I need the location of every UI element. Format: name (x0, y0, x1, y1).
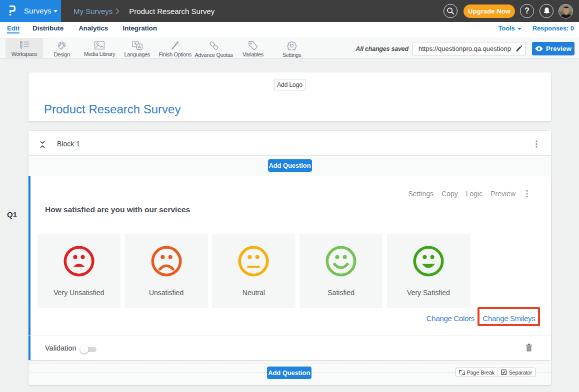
validation-divider (28, 336, 551, 336)
tab-analytics[interactable]: Analytics (78, 24, 108, 33)
translate-icon (132, 41, 142, 50)
chevron-right-icon (116, 8, 120, 14)
block-header: Block 1 (28, 131, 551, 156)
collapse-block-icon[interactable] (40, 141, 45, 148)
drop-zone-dashed-line (28, 364, 551, 364)
toolbar-item-media-library[interactable]: Media Library (81, 38, 118, 58)
survey-title[interactable]: Product Research Survey (44, 102, 180, 116)
option-very-satisfied[interactable]: Very Satisfied (387, 234, 470, 308)
preview-button[interactable]: Preview (532, 42, 574, 55)
question-number-label: Q1 (7, 210, 17, 219)
add-question-button-bottom[interactable]: Add Question (267, 367, 312, 379)
question-action-copy[interactable]: Copy (442, 190, 458, 198)
user-avatar[interactable] (558, 4, 573, 18)
question-actions: Settings Copy Logic Preview (408, 189, 528, 198)
toggle-knob (80, 345, 88, 354)
separator-button[interactable]: Separator (498, 368, 536, 377)
toolbar-item-workspace[interactable]: Workspace (6, 38, 43, 58)
neutral-smiley-icon (238, 246, 269, 277)
avatar-photo (559, 4, 573, 18)
breadcrumb-current-survey: Product Research Survey (129, 7, 214, 15)
question-card: Settings Copy Logic Preview How satisfie… (28, 176, 551, 360)
toolbar-item-languages[interactable]: Languages (118, 38, 156, 58)
option-satisfied[interactable]: Satisfied (300, 234, 383, 308)
block-menu-dots-icon[interactable] (536, 140, 538, 148)
workspace-icon (20, 41, 30, 49)
help-button[interactable]: ? (520, 4, 534, 18)
notifications-button[interactable] (540, 4, 554, 18)
product-name: Surveys (24, 0, 52, 22)
smiley-customize-links: Change Colors Change Smileys (30, 314, 551, 324)
responses-count-link[interactable]: Responses: 0 (532, 24, 574, 32)
validation-label: Validation (45, 344, 76, 352)
upgrade-now-button[interactable]: Upgrade Now (464, 4, 515, 18)
add-question-strip: Add Question (28, 156, 551, 176)
edit-url-pencil-icon[interactable] (516, 45, 522, 52)
survey-url-value: https://questionpro.qa.questionpro.com (418, 42, 512, 55)
change-smileys-link[interactable]: Change Smileys (483, 314, 536, 323)
option-very-unsatisfied[interactable]: Very Unsatisfied (38, 234, 121, 308)
toolbar-item-design[interactable]: Design (43, 38, 81, 58)
separator-checkbox-icon (501, 370, 506, 375)
question-action-logic[interactable]: Logic (466, 190, 482, 198)
product-switcher[interactable]: Surveys (0, 0, 61, 22)
delete-question-trash-icon[interactable] (526, 344, 532, 352)
toolbar-item-variables[interactable]: Variables (234, 38, 272, 58)
block-title[interactable]: Block 1 (57, 140, 80, 148)
save-status-text: All changes saved (356, 45, 408, 52)
tools-menu[interactable]: Tools (498, 24, 521, 32)
survey-nav-tabs: Edit Distribute Analytics Integration To… (0, 22, 579, 38)
very-satisfied-smiley-icon (413, 246, 444, 277)
page-break-icon (459, 370, 465, 376)
questionpro-logo-icon (10, 5, 16, 16)
toolbar-item-advance-quotas[interactable]: Advance Quotas (194, 38, 234, 58)
eye-icon (535, 46, 543, 51)
validation-toggle[interactable] (80, 347, 96, 352)
survey-canvas: Add Logo Product Research Survey Block 1… (0, 58, 579, 392)
survey-url-field[interactable]: https://questionpro.qa.questionpro.com (412, 42, 526, 55)
toolbar-item-finish-options[interactable]: Finish Options (156, 38, 194, 58)
chain-links-icon (209, 41, 219, 50)
page-break-button[interactable]: Page Break (456, 368, 498, 377)
tag-icon (248, 41, 258, 50)
chevron-down-icon (518, 28, 522, 30)
editor-toolbar: Workspace Design Media Library Languages… (0, 38, 579, 58)
breadcrumb: My Surveys Product Research Survey (74, 0, 214, 22)
satisfied-smiley-icon (326, 246, 356, 277)
magic-wand-icon (170, 41, 180, 50)
palette-icon (57, 41, 66, 50)
option-neutral[interactable]: Neutral (212, 234, 296, 308)
add-question-button-top[interactable]: Add Question (268, 159, 312, 172)
survey-header-card: Add Logo Product Research Survey (28, 72, 551, 121)
topbar: Surveys My Surveys Product Research Surv… (0, 0, 579, 22)
image-icon (94, 41, 104, 49)
tab-integration[interactable]: Integration (122, 24, 157, 33)
bell-icon (543, 7, 550, 15)
tab-distribute[interactable]: Distribute (32, 24, 64, 33)
very-unsatisfied-smiley-icon (64, 246, 94, 277)
topbar-actions: Upgrade Now ? (444, 0, 573, 22)
question-divider (45, 221, 536, 221)
block-card: Block 1 Add Question Settings Copy Logic… (28, 131, 551, 385)
toolbar-item-settings[interactable]: Settings (272, 38, 311, 58)
gear-icon (287, 41, 296, 50)
smiley-options-row: Very Unsatisfied Unsatisfied Neutral Sat… (38, 234, 470, 308)
question-action-preview[interactable]: Preview (490, 190, 516, 198)
question-action-settings[interactable]: Settings (408, 190, 434, 198)
chevron-down-icon (54, 10, 58, 12)
add-logo-button[interactable]: Add Logo (274, 79, 306, 90)
survey-editor-screen: Surveys My Surveys Product Research Surv… (0, 0, 579, 392)
change-colors-link[interactable]: Change Colors (426, 314, 474, 323)
unsatisfied-smiley-icon (151, 246, 182, 277)
search-icon (446, 7, 454, 15)
question-menu-dots-icon[interactable] (526, 190, 528, 198)
option-unsatisfied[interactable]: Unsatisfied (124, 234, 208, 308)
tab-edit[interactable]: Edit (7, 24, 20, 33)
search-button[interactable] (444, 4, 458, 18)
block-footer: Add Question Page Break Separator (28, 360, 551, 385)
breadcrumb-my-surveys[interactable]: My Surveys (74, 7, 112, 15)
question-text[interactable]: How satisfied are you with our services (45, 205, 190, 214)
